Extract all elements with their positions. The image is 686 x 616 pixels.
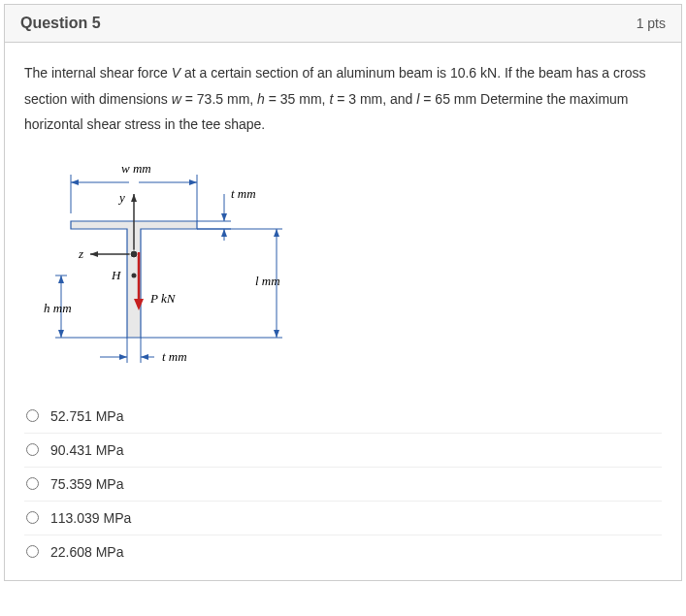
svg-marker-13 [90, 251, 98, 257]
option-label: 22.608 MPa [50, 544, 124, 560]
label-l: l mm [255, 274, 280, 288]
option-row[interactable]: 90.431 MPa [24, 433, 662, 467]
option-row[interactable]: 22.608 MPa [24, 535, 662, 568]
centroid-marker [130, 250, 138, 258]
option-row[interactable]: 52.751 MPa [24, 400, 662, 433]
option-label: 52.751 MPa [50, 408, 124, 424]
svg-marker-20 [274, 330, 279, 338]
question-header: Question 5 1 pts [5, 5, 681, 43]
label-y: y [117, 190, 125, 205]
label-H: H [111, 268, 121, 282]
question-body: The internal shear force V at a certain … [5, 43, 681, 580]
label-t-top: t mm [231, 186, 256, 201]
point-H [132, 273, 137, 277]
question-points: 1 pts [637, 16, 666, 31]
option-row[interactable]: 113.039 MPa [24, 501, 662, 535]
option-radio[interactable] [26, 409, 39, 422]
svg-marker-30 [119, 354, 127, 360]
svg-marker-25 [58, 330, 64, 338]
tee-diagram-svg: w mm y t mm z [32, 155, 304, 378]
label-t-bottom: t mm [162, 349, 187, 364]
question-text: The internal shear force V at a certain … [24, 60, 662, 138]
option-label: 75.359 MPa [50, 476, 124, 492]
option-label: 90.431 MPa [50, 442, 124, 458]
svg-marker-15 [131, 194, 137, 202]
option-label: 113.039 MPa [50, 510, 131, 526]
svg-marker-9 [221, 229, 227, 237]
label-z: z [78, 246, 83, 261]
question-title: Question 5 [20, 15, 101, 32]
option-radio[interactable] [26, 511, 39, 524]
svg-marker-5 [189, 179, 197, 185]
option-radio[interactable] [26, 443, 39, 456]
answer-options: 52.751 MPa 90.431 MPa 75.359 MPa 113.039… [24, 400, 662, 568]
label-h: h mm [44, 301, 72, 315]
svg-marker-4 [71, 179, 79, 185]
label-w: w mm [121, 161, 151, 176]
tee-beam-figure: w mm y t mm z [32, 155, 662, 382]
svg-marker-19 [274, 229, 279, 237]
svg-marker-31 [141, 354, 148, 360]
label-P: P kN [149, 291, 177, 306]
option-radio[interactable] [26, 545, 39, 558]
question-container: Question 5 1 pts The internal shear forc… [4, 4, 682, 581]
svg-marker-24 [58, 276, 64, 283]
svg-marker-8 [221, 213, 227, 221]
option-row[interactable]: 75.359 MPa [24, 467, 662, 501]
option-radio[interactable] [26, 477, 39, 490]
